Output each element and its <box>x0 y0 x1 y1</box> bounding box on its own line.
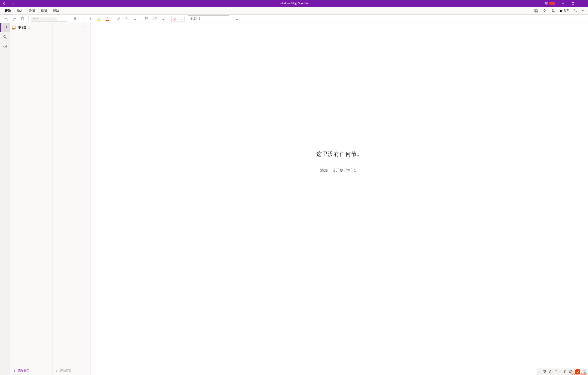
navigation-rail <box>0 23 10 375</box>
ime-punctuation-toggle[interactable]: °， <box>555 370 561 374</box>
checkbox-icon <box>173 17 176 21</box>
ime-mode-icon[interactable] <box>549 370 553 374</box>
svg-point-13 <box>4 35 6 38</box>
numbered-list-button[interactable]: 123 <box>151 15 159 22</box>
separator <box>558 1 558 5</box>
pages-panel: ＋ 添加页面 <box>52 23 91 375</box>
add-section-button[interactable]: ＋ 添加分区 <box>10 366 52 375</box>
menu-bar: 开始 插入 绘图 视图 帮助 共享 <box>0 7 588 15</box>
font-color-button[interactable]: A <box>104 15 111 22</box>
share-button[interactable]: 共享 <box>557 7 571 14</box>
user-badge <box>549 2 555 5</box>
chevron-down-icon <box>28 26 30 29</box>
heading-style-dropdown[interactable] <box>236 16 238 22</box>
notebook-name: 飞行器 <box>17 26 26 30</box>
window-minimize-button[interactable] <box>558 0 568 7</box>
watermark-text: www.office26.com <box>571 373 587 375</box>
svg-point-7 <box>145 17 146 18</box>
nav-forward-button[interactable] <box>9 0 17 7</box>
search-rail-button[interactable] <box>0 32 10 42</box>
tab-insert[interactable]: 插入 <box>14 7 26 14</box>
ime-simplified-toggle[interactable]: 简 <box>563 370 566 374</box>
sections-list <box>10 32 52 366</box>
svg-rect-0 <box>572 3 574 4</box>
window-maximize-button[interactable] <box>568 0 578 7</box>
plus-icon: ＋ <box>12 369 16 373</box>
open-in-new-window-button[interactable] <box>532 7 540 14</box>
redo-button[interactable] <box>11 15 18 22</box>
svg-rect-1 <box>535 10 537 12</box>
svg-point-8 <box>145 19 146 19</box>
font-family-select[interactable]: 楷体 <box>31 16 67 21</box>
separator <box>28 16 29 21</box>
lightbulb-tips-button[interactable] <box>540 7 549 14</box>
highlight-button[interactable] <box>96 15 103 22</box>
tab-draw[interactable]: 绘图 <box>26 7 38 14</box>
ime-tray: || 英 °， 简 O www.office26.com <box>537 369 588 375</box>
share-label: 共享 <box>564 9 569 13</box>
tray-drag-handle[interactable]: || <box>538 370 541 373</box>
list-options-dropdown[interactable] <box>159 15 167 22</box>
nav-back-button[interactable] <box>0 0 9 7</box>
svg-text:3: 3 <box>153 19 154 21</box>
bold-button[interactable]: B <box>71 15 78 22</box>
notebook-icon <box>12 26 15 30</box>
sections-panel: 飞行器 ＋ 添加分区 <box>10 23 52 375</box>
separator <box>141 16 141 21</box>
notifications-bell-button[interactable] <box>549 7 557 14</box>
heading-style-select[interactable] <box>188 15 229 22</box>
sort-pages-button[interactable] <box>81 24 88 31</box>
add-section-label: 添加分区 <box>18 369 29 373</box>
italic-button[interactable]: I <box>79 15 87 22</box>
tab-home[interactable]: 开始 <box>2 7 14 14</box>
separator <box>169 16 169 21</box>
more-formatting-dropdown[interactable] <box>131 15 139 22</box>
svg-point-16 <box>570 371 571 372</box>
add-page-label: 添加页面 <box>60 369 71 373</box>
more-options-button[interactable] <box>579 7 588 14</box>
add-page-button[interactable]: ＋ 添加页面 <box>52 366 91 375</box>
tag-dropdown[interactable] <box>179 16 185 22</box>
empty-state-subtitle: 添加一节开始记笔记。 <box>91 168 588 173</box>
app-title: Windows 10 的 OneNote <box>0 2 588 5</box>
empty-state-title: 这里没有任何节。 <box>91 150 588 158</box>
undo-button[interactable] <box>3 15 10 22</box>
svg-point-18 <box>584 371 585 372</box>
note-canvas[interactable]: 这里没有任何节。 添加一节开始记笔记。 || 英 °， 简 O www.offi… <box>91 23 588 375</box>
text-style-button[interactable]: A▾ <box>123 15 130 22</box>
ime-language-toggle[interactable]: 英 <box>543 370 546 374</box>
clear-formatting-button[interactable] <box>115 15 122 22</box>
pages-list <box>52 32 91 366</box>
svg-point-9 <box>145 20 146 20</box>
svg-rect-2 <box>535 10 537 12</box>
user-name: 张 <box>545 2 548 5</box>
fullscreen-button[interactable] <box>571 7 579 14</box>
bulleted-list-button[interactable] <box>143 15 150 22</box>
user-account[interactable]: 张 <box>543 2 557 5</box>
todo-tag-button[interactable] <box>171 16 178 22</box>
clipboard-button[interactable] <box>19 15 26 22</box>
svg-point-17 <box>571 371 572 372</box>
ellipsis-icon <box>582 10 585 11</box>
recent-rail-button[interactable] <box>0 42 10 51</box>
notebooks-rail-button[interactable] <box>0 23 10 32</box>
tab-help[interactable]: 帮助 <box>50 7 62 14</box>
window-close-button[interactable] <box>578 0 588 7</box>
tab-view[interactable]: 视图 <box>38 7 50 14</box>
font-family-value: 楷体 <box>31 17 57 21</box>
titlebar: Windows 10 的 OneNote 张 <box>0 0 588 7</box>
svg-rect-4 <box>560 10 562 12</box>
underline-button[interactable]: U <box>87 15 95 22</box>
svg-point-3 <box>544 10 546 11</box>
notebook-selector[interactable]: 飞行器 <box>10 23 52 32</box>
heading-style-input[interactable] <box>188 17 236 21</box>
plus-icon: ＋ <box>55 369 58 373</box>
ribbon-toolbar: 楷体 B I U A A▾ 123 <box>0 15 588 23</box>
